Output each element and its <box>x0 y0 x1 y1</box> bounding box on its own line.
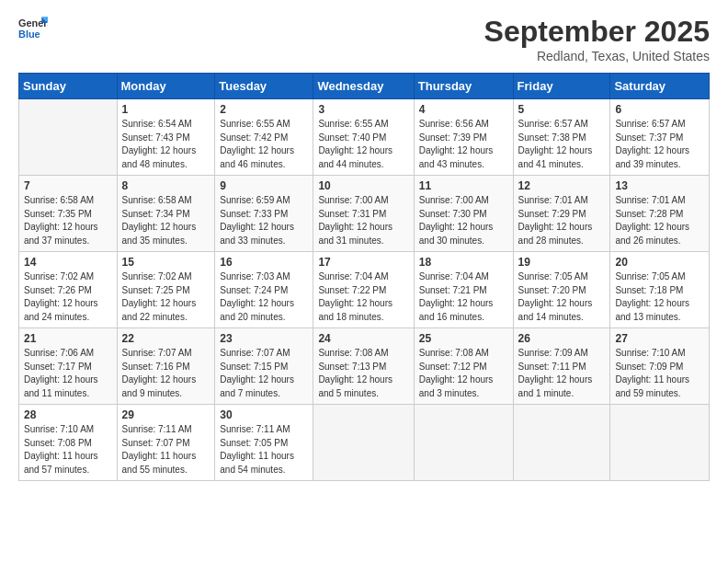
calendar-cell: 12Sunrise: 7:01 AMSunset: 7:29 PMDayligh… <box>513 176 610 252</box>
calendar-cell: 10Sunrise: 7:00 AMSunset: 7:31 PMDayligh… <box>313 176 414 252</box>
weekday-header-saturday: Saturday <box>610 74 710 99</box>
day-info: Sunrise: 6:57 AMSunset: 7:37 PMDaylight:… <box>615 118 704 171</box>
calendar-cell: 29Sunrise: 7:11 AMSunset: 7:07 PMDayligh… <box>117 405 215 481</box>
day-number: 13 <box>615 179 704 192</box>
calendar-cell: 18Sunrise: 7:04 AMSunset: 7:21 PMDayligh… <box>414 252 513 328</box>
day-number: 29 <box>122 408 210 421</box>
calendar-cell: 3Sunrise: 6:55 AMSunset: 7:40 PMDaylight… <box>313 99 414 176</box>
day-info: Sunrise: 7:06 AMSunset: 7:17 PMDaylight:… <box>24 347 112 400</box>
day-info: Sunrise: 7:04 AMSunset: 7:21 PMDaylight:… <box>419 270 508 324</box>
day-info: Sunrise: 6:58 AMSunset: 7:35 PMDaylight:… <box>24 194 112 247</box>
day-number: 7 <box>24 179 112 192</box>
week-row-3: 14Sunrise: 7:02 AMSunset: 7:26 PMDayligh… <box>19 252 710 328</box>
day-number: 27 <box>615 332 704 345</box>
day-info: Sunrise: 7:00 AMSunset: 7:30 PMDaylight:… <box>419 194 508 247</box>
calendar-cell: 17Sunrise: 7:04 AMSunset: 7:22 PMDayligh… <box>313 252 414 328</box>
day-info: Sunrise: 7:03 AMSunset: 7:24 PMDaylight:… <box>220 270 308 324</box>
day-info: Sunrise: 6:59 AMSunset: 7:33 PMDaylight:… <box>220 194 308 247</box>
day-info: Sunrise: 6:57 AMSunset: 7:38 PMDaylight:… <box>518 118 606 171</box>
month-title: September 2025 <box>484 15 710 49</box>
week-row-5: 28Sunrise: 7:10 AMSunset: 7:08 PMDayligh… <box>19 405 710 481</box>
day-number: 1 <box>122 103 210 116</box>
day-number: 5 <box>518 103 606 116</box>
week-row-4: 21Sunrise: 7:06 AMSunset: 7:17 PMDayligh… <box>19 328 710 405</box>
calendar-cell <box>313 405 414 481</box>
day-info: Sunrise: 7:05 AMSunset: 7:20 PMDaylight:… <box>518 270 606 324</box>
day-number: 8 <box>122 179 210 192</box>
calendar-cell: 28Sunrise: 7:10 AMSunset: 7:08 PMDayligh… <box>19 405 118 481</box>
weekday-header-monday: Monday <box>117 74 215 99</box>
day-info: Sunrise: 7:02 AMSunset: 7:26 PMDaylight:… <box>24 270 112 324</box>
day-info: Sunrise: 7:11 AMSunset: 7:07 PMDaylight:… <box>122 423 210 477</box>
day-info: Sunrise: 7:02 AMSunset: 7:25 PMDaylight:… <box>122 270 210 324</box>
calendar-cell: 26Sunrise: 7:09 AMSunset: 7:11 PMDayligh… <box>513 328 610 405</box>
calendar-page: General Blue September 2025 Redland, Tex… <box>0 0 728 563</box>
page-header: General Blue September 2025 Redland, Tex… <box>18 15 710 63</box>
calendar-cell: 5Sunrise: 6:57 AMSunset: 7:38 PMDaylight… <box>513 99 610 176</box>
day-number: 10 <box>318 179 408 192</box>
calendar-cell: 16Sunrise: 7:03 AMSunset: 7:24 PMDayligh… <box>215 252 313 328</box>
day-info: Sunrise: 6:58 AMSunset: 7:34 PMDaylight:… <box>122 194 210 247</box>
calendar-cell: 14Sunrise: 7:02 AMSunset: 7:26 PMDayligh… <box>19 252 118 328</box>
day-info: Sunrise: 7:11 AMSunset: 7:05 PMDaylight:… <box>220 423 308 477</box>
logo: General Blue <box>18 15 48 40</box>
calendar-cell: 8Sunrise: 6:58 AMSunset: 7:34 PMDaylight… <box>117 176 215 252</box>
day-info: Sunrise: 7:01 AMSunset: 7:28 PMDaylight:… <box>615 194 704 247</box>
day-number: 4 <box>419 103 508 116</box>
day-number: 23 <box>220 332 308 345</box>
day-info: Sunrise: 6:55 AMSunset: 7:42 PMDaylight:… <box>220 118 308 171</box>
day-number: 14 <box>24 256 112 269</box>
day-info: Sunrise: 7:08 AMSunset: 7:13 PMDaylight:… <box>318 347 408 400</box>
day-number: 2 <box>220 103 308 116</box>
calendar-cell: 24Sunrise: 7:08 AMSunset: 7:13 PMDayligh… <box>313 328 414 405</box>
calendar-cell: 11Sunrise: 7:00 AMSunset: 7:30 PMDayligh… <box>414 176 513 252</box>
weekday-header-wednesday: Wednesday <box>313 74 414 99</box>
day-number: 28 <box>24 408 112 421</box>
day-number: 3 <box>318 103 408 116</box>
day-number: 19 <box>518 256 606 269</box>
day-number: 11 <box>419 179 508 192</box>
day-info: Sunrise: 7:09 AMSunset: 7:11 PMDaylight:… <box>518 347 606 400</box>
logo-icon: General Blue <box>18 15 48 40</box>
calendar-cell <box>19 99 118 176</box>
day-number: 12 <box>518 179 606 192</box>
location: Redland, Texas, United States <box>484 49 710 63</box>
day-info: Sunrise: 6:56 AMSunset: 7:39 PMDaylight:… <box>419 118 508 171</box>
calendar-cell: 22Sunrise: 7:07 AMSunset: 7:16 PMDayligh… <box>117 328 215 405</box>
calendar-cell <box>610 405 710 481</box>
day-info: Sunrise: 7:05 AMSunset: 7:18 PMDaylight:… <box>615 270 704 324</box>
day-info: Sunrise: 7:10 AMSunset: 7:08 PMDaylight:… <box>24 423 112 477</box>
calendar-cell: 19Sunrise: 7:05 AMSunset: 7:20 PMDayligh… <box>513 252 610 328</box>
day-number: 18 <box>419 256 508 269</box>
day-number: 15 <box>122 256 210 269</box>
calendar-cell: 25Sunrise: 7:08 AMSunset: 7:12 PMDayligh… <box>414 328 513 405</box>
day-info: Sunrise: 6:54 AMSunset: 7:43 PMDaylight:… <box>122 118 210 171</box>
day-info: Sunrise: 6:55 AMSunset: 7:40 PMDaylight:… <box>318 118 408 171</box>
calendar-cell: 1Sunrise: 6:54 AMSunset: 7:43 PMDaylight… <box>117 99 215 176</box>
day-number: 25 <box>419 332 508 345</box>
weekday-header-friday: Friday <box>513 74 610 99</box>
weekday-header-row: SundayMondayTuesdayWednesdayThursdayFrid… <box>19 74 710 99</box>
day-info: Sunrise: 7:10 AMSunset: 7:09 PMDaylight:… <box>615 347 704 400</box>
weekday-header-thursday: Thursday <box>414 74 513 99</box>
calendar-cell: 9Sunrise: 6:59 AMSunset: 7:33 PMDaylight… <box>215 176 313 252</box>
day-info: Sunrise: 7:07 AMSunset: 7:16 PMDaylight:… <box>122 347 210 400</box>
day-number: 26 <box>518 332 606 345</box>
day-number: 24 <box>318 332 408 345</box>
calendar-cell: 2Sunrise: 6:55 AMSunset: 7:42 PMDaylight… <box>215 99 313 176</box>
calendar-cell: 4Sunrise: 6:56 AMSunset: 7:39 PMDaylight… <box>414 99 513 176</box>
weekday-header-tuesday: Tuesday <box>215 74 313 99</box>
calendar-cell: 6Sunrise: 6:57 AMSunset: 7:37 PMDaylight… <box>610 99 710 176</box>
day-info: Sunrise: 7:04 AMSunset: 7:22 PMDaylight:… <box>318 270 408 324</box>
day-number: 21 <box>24 332 112 345</box>
calendar-cell: 20Sunrise: 7:05 AMSunset: 7:18 PMDayligh… <box>610 252 710 328</box>
calendar-cell: 7Sunrise: 6:58 AMSunset: 7:35 PMDaylight… <box>19 176 118 252</box>
day-number: 20 <box>615 256 704 269</box>
calendar-table: SundayMondayTuesdayWednesdayThursdayFrid… <box>18 73 710 481</box>
day-number: 17 <box>318 256 408 269</box>
day-info: Sunrise: 7:00 AMSunset: 7:31 PMDaylight:… <box>318 194 408 247</box>
day-info: Sunrise: 7:07 AMSunset: 7:15 PMDaylight:… <box>220 347 308 400</box>
weekday-header-sunday: Sunday <box>19 74 118 99</box>
svg-text:Blue: Blue <box>18 29 40 40</box>
week-row-1: 1Sunrise: 6:54 AMSunset: 7:43 PMDaylight… <box>19 99 710 176</box>
